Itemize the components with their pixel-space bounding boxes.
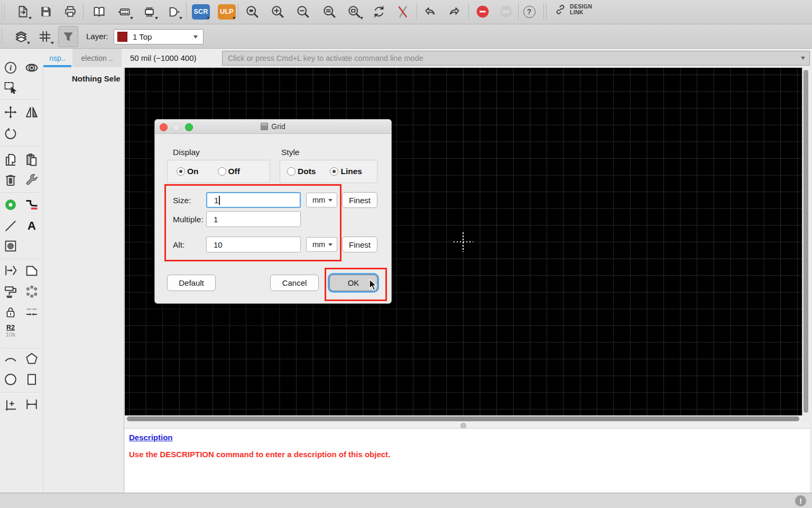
zoom-fit-button[interactable] — [242, 2, 262, 22]
zoom-in-button[interactable] — [267, 2, 288, 22]
alt-finest-button[interactable]: Finest — [342, 237, 377, 252]
alt-input[interactable]: 10 — [206, 237, 301, 252]
cancel-button[interactable]: Cancel — [270, 275, 319, 291]
style-dots-label: Dots — [298, 167, 316, 176]
cancel-button-label: Cancel — [282, 278, 307, 287]
description-warning-text: Use the DESCRIPTION command to enter a d… — [129, 450, 810, 459]
grid-dialog: Grid Display On Off Style Dots Lines Siz… — [154, 119, 392, 304]
close-traffic-light[interactable] — [160, 123, 168, 131]
help-button[interactable]: ? — [519, 2, 539, 22]
description-link[interactable]: Description — [129, 433, 173, 442]
name-value-button[interactable]: R2 10k — [2, 322, 20, 340]
layer-toolbar: Layer: 1 Top — [0, 24, 812, 49]
show-eye-button[interactable] — [23, 59, 41, 77]
splitter[interactable] — [125, 422, 810, 428]
gate-button[interactable] — [163, 2, 183, 22]
size-finest-button[interactable]: Finest — [342, 192, 377, 208]
inspector-panel: Nothing Sele — [43, 68, 124, 492]
footprint-button[interactable] — [114, 2, 134, 22]
tab-selection[interactable]: election .. — [72, 49, 122, 67]
move-button[interactable] — [2, 103, 20, 121]
size-input[interactable]: 1 — [206, 192, 301, 208]
alt-unit-select[interactable]: mm — [306, 237, 337, 252]
main-toolbar: SCR ULP — [0, 0, 812, 24]
circle-button[interactable] — [2, 370, 20, 388]
minimize-traffic-light[interactable] — [172, 123, 180, 131]
chi-command-button[interactable] — [393, 2, 413, 22]
toolbar-separator — [417, 3, 417, 20]
paste-button[interactable] — [23, 151, 41, 169]
measure-button[interactable] — [23, 395, 41, 413]
display-on-radio[interactable] — [177, 167, 185, 176]
rect-button[interactable] — [23, 370, 41, 388]
miter-button[interactable] — [23, 261, 41, 279]
refresh-button[interactable] — [369, 2, 389, 22]
print-button[interactable] — [60, 2, 80, 22]
name-value-bottom: 10k — [6, 331, 16, 338]
alert-icon[interactable]: ! — [795, 495, 806, 506]
horizontal-scrollbar-thumb[interactable] — [127, 416, 799, 421]
smd-button[interactable] — [23, 196, 41, 214]
toolbar-separator — [238, 3, 238, 20]
vertical-scrollbar-thumb[interactable] — [804, 70, 808, 413]
design-link-button[interactable]: DESIGN LINK — [554, 3, 592, 16]
info-button[interactable]: i — [2, 59, 20, 77]
pad-button[interactable] — [2, 196, 20, 214]
zoom-select-button[interactable] — [319, 2, 339, 22]
save-button[interactable] — [36, 2, 56, 22]
library-book-button[interactable] — [89, 2, 109, 22]
hole-button[interactable] — [2, 237, 20, 255]
text-button[interactable]: A — [23, 217, 41, 235]
layer-select[interactable]: 1 Top — [114, 29, 204, 44]
rotate-button[interactable] — [2, 124, 20, 142]
undo-button[interactable] — [420, 2, 440, 22]
stop-button[interactable] — [473, 2, 493, 22]
package-button[interactable] — [139, 2, 159, 22]
style-dots-radio[interactable] — [287, 167, 296, 176]
optimize-button[interactable] — [23, 283, 41, 301]
toolbar-separator — [518, 3, 519, 20]
crosshair-cursor — [463, 232, 464, 252]
ratsnest-button[interactable] — [2, 283, 20, 301]
zoom-redraw-button[interactable] — [344, 2, 364, 22]
layer-settings-button[interactable] — [11, 26, 31, 47]
arc-button[interactable] — [2, 350, 20, 368]
zoom-traffic-light[interactable] — [185, 123, 193, 131]
tab-inspector[interactable]: nsp.. — [43, 49, 71, 67]
scr-script-button[interactable]: SCR — [191, 2, 211, 22]
command-line-input[interactable] — [222, 51, 810, 66]
copy-button[interactable] — [2, 151, 20, 169]
active-tab-indicator — [43, 65, 71, 67]
polygon-button[interactable] — [23, 350, 41, 368]
default-button-label: Default — [179, 278, 204, 287]
meander-button[interactable] — [23, 303, 41, 321]
redo-button[interactable] — [445, 2, 465, 22]
style-lines-radio[interactable] — [330, 167, 338, 176]
default-button[interactable]: Default — [167, 275, 216, 291]
zoom-out-button[interactable] — [293, 2, 313, 22]
multiple-input[interactable]: 1 — [206, 211, 301, 227]
mark-button[interactable] — [2, 395, 20, 413]
mouse-pointer-icon — [368, 279, 380, 292]
layer-color-swatch — [117, 32, 127, 42]
go-button[interactable]: GO — [496, 2, 516, 22]
delete-trash-button[interactable] — [2, 171, 20, 189]
size-value: 1 — [214, 196, 218, 205]
pin-arrow-button[interactable] — [2, 261, 20, 279]
dropdown-caret-icon — [328, 199, 333, 202]
alt-label: Alt: — [173, 240, 184, 250]
change-wrench-button[interactable] — [23, 171, 41, 189]
ulp-button[interactable]: ULP — [217, 2, 237, 22]
size-unit-select[interactable]: mm — [306, 193, 337, 207]
grid-button[interactable] — [35, 26, 55, 47]
filter-button[interactable] — [58, 26, 78, 47]
toolbar-handle — [2, 28, 2, 44]
group-select-button[interactable] — [2, 79, 20, 97]
display-off-radio[interactable] — [218, 167, 226, 176]
tab-selection-label: election .. — [81, 54, 113, 62]
mirror-button[interactable] — [23, 103, 41, 121]
export-document-button[interactable] — [13, 2, 33, 22]
wire-button[interactable] — [2, 217, 20, 235]
dropdown-caret-icon — [360, 17, 363, 20]
lock-button[interactable] — [2, 303, 20, 321]
